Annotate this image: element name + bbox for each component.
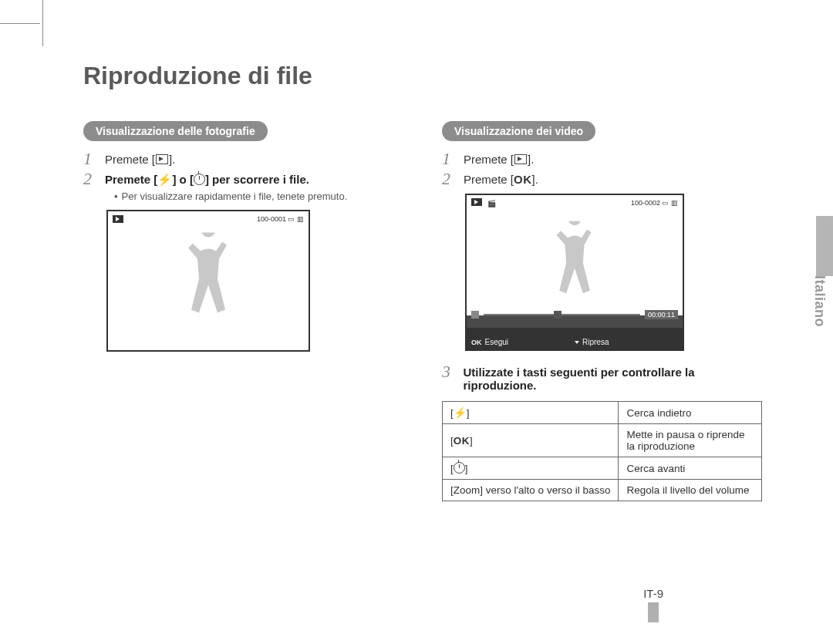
section-pill-photos: Visualizzazione delle fotografie bbox=[83, 121, 268, 141]
tab-marker bbox=[816, 216, 833, 276]
sub-note-text: Per visualizzare rapidamente i file, ten… bbox=[122, 191, 348, 202]
bullet-icon: ▪ bbox=[114, 191, 118, 202]
step-number: 1 bbox=[83, 150, 97, 167]
play-box-icon bbox=[156, 154, 168, 164]
video-time: 00:00:11 bbox=[645, 310, 678, 319]
flash-icon: ⚡ bbox=[157, 173, 172, 187]
control-desc: Cerca indietro bbox=[619, 402, 762, 424]
battery-icon: ▥ bbox=[297, 215, 304, 223]
step-prefix: Premete [ bbox=[105, 153, 155, 166]
step-prefix: Premete [ bbox=[464, 153, 514, 166]
progress-track bbox=[484, 314, 640, 315]
controls-table: [⚡] Cerca indietro [OK] Mette in pausa o… bbox=[442, 401, 762, 501]
photo-preview: 100-0001 ▭ ▥ bbox=[106, 210, 310, 352]
control-key: [⚡] bbox=[443, 402, 619, 424]
stop-icon bbox=[471, 311, 479, 319]
footer-left-label: Esegui bbox=[485, 338, 509, 346]
left-step-2: 2 Premete [⚡] o [] per scorrere i file. bbox=[83, 170, 403, 187]
section-pill-video: Visualizzazione dei video bbox=[442, 121, 595, 141]
step-suffix: ]. bbox=[532, 173, 538, 186]
or-word: ] o [ bbox=[172, 173, 194, 186]
step-text: Premete []. bbox=[464, 150, 534, 167]
video-counter: 100-0002 bbox=[631, 199, 660, 207]
step-number: 1 bbox=[442, 150, 456, 167]
page-marker bbox=[648, 602, 659, 622]
step-suffix: ]. bbox=[528, 153, 534, 166]
person-silhouette-icon bbox=[547, 221, 602, 312]
video-footer: OK Esegui Ripresa bbox=[471, 338, 678, 346]
language-label: Italiano bbox=[811, 275, 828, 327]
page-content: Riproduzione di file Visualizzazione del… bbox=[83, 62, 762, 501]
table-row: [] Cerca avanti bbox=[443, 457, 762, 480]
control-desc: Mette in pausa o riprende la riproduzion… bbox=[619, 424, 762, 457]
right-step-2: 2 Premete [OK]. bbox=[442, 170, 762, 187]
step-suffix: ]. bbox=[169, 153, 175, 166]
video-counter-line: 100-0002 ▭ ▥ bbox=[631, 199, 678, 207]
step-number: 3 bbox=[442, 363, 455, 392]
play-box-icon bbox=[113, 215, 123, 223]
footer-right-label: Ripresa bbox=[582, 338, 609, 346]
table-row: [⚡] Cerca indietro bbox=[443, 402, 762, 424]
step-number: 2 bbox=[442, 170, 456, 187]
movie-icon: 🎬 bbox=[487, 200, 496, 207]
page-number: IT-9 bbox=[643, 587, 663, 600]
play-box-icon bbox=[471, 198, 482, 206]
video-bar-left: 🎬 bbox=[471, 198, 496, 207]
timer-icon bbox=[454, 462, 465, 474]
step-text: Premete [OK]. bbox=[464, 170, 538, 187]
table-row: [Zoom] verso l'alto o verso il basso Reg… bbox=[443, 480, 762, 501]
footer-right: Ripresa bbox=[575, 338, 678, 346]
crop-marks bbox=[0, 0, 62, 46]
left-column: Visualizzazione delle fotografie 1 Preme… bbox=[83, 121, 403, 501]
right-step-1: 1 Premete []. bbox=[442, 150, 762, 167]
control-key: [OK] bbox=[443, 424, 619, 457]
control-key: [] bbox=[443, 457, 619, 480]
right-column: Visualizzazione dei video 1 Premete []. … bbox=[442, 121, 762, 501]
memory-icon: ▭ bbox=[288, 215, 295, 223]
timer-icon bbox=[194, 174, 205, 185]
video-top-bar: 🎬 100-0002 ▭ ▥ bbox=[471, 198, 678, 207]
language-tab: Italiano bbox=[810, 216, 833, 339]
step-number: 2 bbox=[83, 170, 97, 187]
person-silhouette-icon bbox=[177, 233, 239, 333]
page-title: Riproduzione di file bbox=[83, 62, 762, 90]
control-desc: Regola il livello del volume bbox=[619, 480, 762, 501]
step-prefix: Premete [ bbox=[105, 173, 157, 186]
left-step-1: 1 Premete []. bbox=[83, 150, 403, 167]
ok-label: OK bbox=[454, 435, 470, 447]
step-suffix: ] per scorrere i file. bbox=[205, 173, 309, 186]
control-desc: Cerca avanti bbox=[619, 457, 762, 480]
control-key: [Zoom] verso l'alto o verso il basso bbox=[443, 480, 619, 501]
photo-counter: 100-0001 bbox=[257, 215, 286, 223]
ok-label: OK bbox=[471, 339, 482, 346]
step-prefix: Premete [ bbox=[464, 173, 514, 186]
battery-icon: ▥ bbox=[671, 199, 678, 207]
play-box-icon bbox=[514, 154, 527, 164]
flash-icon: ⚡ bbox=[454, 406, 467, 419]
page-number-block: IT-9 bbox=[643, 587, 663, 622]
memory-icon: ▭ bbox=[662, 199, 669, 207]
step-text: Premete []. bbox=[105, 150, 175, 167]
step-text: Utilizzate i tasti seguenti per controll… bbox=[463, 363, 762, 392]
table-row: [OK] Mette in pausa o riprende la riprod… bbox=[443, 424, 762, 457]
ok-label: OK bbox=[514, 173, 532, 186]
video-progress-bar: 00:00:11 bbox=[471, 309, 678, 320]
photo-counter-line: 100-0001 ▭ ▥ bbox=[257, 215, 304, 223]
right-step-3: 3 Utilizzate i tasti seguenti per contro… bbox=[442, 363, 762, 392]
sub-note: ▪Per visualizzare rapidamente i file, te… bbox=[114, 191, 403, 202]
photo-top-bar: 100-0001 ▭ ▥ bbox=[113, 214, 304, 224]
video-preview: 🎬 100-0002 ▭ ▥ 00:00:11 bbox=[465, 194, 684, 351]
down-triangle-icon bbox=[575, 341, 579, 344]
footer-left: OK Esegui bbox=[471, 338, 575, 346]
step-text: Premete [⚡] o [] per scorrere i file. bbox=[105, 170, 309, 187]
